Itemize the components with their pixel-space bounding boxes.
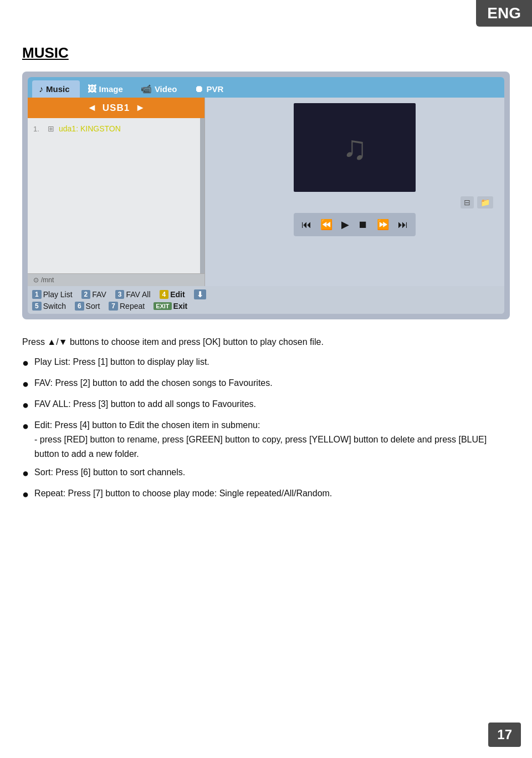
func-edit[interactable]: 4 Edit [160, 289, 185, 299]
bullet-dot: ● [22, 375, 29, 393]
file-path: ⊙ /mnt [28, 273, 204, 286]
path-icon: ⊙ [33, 276, 39, 284]
bullet-text-sort: Sort: Press [6] button to sort channels. [34, 465, 510, 480]
preview-controls-row: ⊟ 📁 [211, 196, 499, 208]
bullet-list: ● Play List: Press [1] button to display… [22, 355, 510, 503]
func-switch[interactable]: 5 Switch [32, 302, 66, 311]
func-sort[interactable]: 6 Sort [75, 302, 100, 311]
func-label-fav: FAV [92, 290, 106, 299]
tab-video[interactable]: 📹 Video [134, 80, 187, 98]
function-row-2: 5 Switch 6 Sort 7 Repeat EXIT Exit [32, 302, 500, 311]
func-label-playlist: Play List [43, 290, 73, 299]
func-label-favall: FAV All [126, 290, 150, 299]
list-item: ● Play List: Press [1] button to display… [22, 355, 510, 372]
func-playlist[interactable]: 1 Play List [32, 289, 73, 299]
ctrl-icon-2[interactable]: 📁 [477, 196, 493, 208]
file-browser-wrapper: 1. ⊞ uda1: KINGSTON [28, 118, 204, 273]
description-section: Press ▲/▼ buttons to choose item and pre… [22, 335, 510, 503]
func-label-sort: Sort [86, 302, 100, 311]
bullet-text-playlist: Play List: Press [1] button to display p… [34, 355, 510, 369]
pvr-tab-icon: ⏺ [195, 84, 203, 94]
intro-paragraph: Press ▲/▼ buttons to choose item and pre… [22, 335, 510, 349]
func-num-6: 6 [75, 302, 84, 311]
rewind-button[interactable]: ⏪ [317, 216, 336, 233]
scrollbar[interactable] [200, 118, 204, 273]
page-number: 17 [488, 723, 521, 747]
usb-selector: ◄ USB1 ► [28, 98, 204, 118]
file-item-name: uda1: KINGSTON [59, 124, 121, 133]
preview-panel: ♫ ⊟ 📁 ⏮ ⏪ ▶ ⏹ ⏩ ⏭ [205, 98, 504, 286]
func-num-exit: EXIT [154, 302, 171, 310]
function-bar: 1 Play List 2 FAV 3 FAV All 4 Edit ⬇ [28, 286, 504, 314]
video-tab-icon: 📹 [141, 84, 152, 94]
func-label-switch: Switch [43, 302, 66, 311]
usb-right-arrow[interactable]: ► [135, 102, 145, 114]
usb-label: USB1 [103, 103, 130, 114]
file-item-number: 1. [33, 125, 43, 133]
intro-text: Press ▲/▼ buttons to choose item and pre… [22, 337, 324, 347]
func-fav[interactable]: 2 FAV [81, 289, 106, 299]
tab-pvr-label: PVR [206, 84, 223, 94]
func-label-edit: Edit [170, 290, 185, 299]
bullet-dot: ● [22, 417, 29, 435]
page-title: MUSIC [22, 44, 510, 62]
tab-image-label: Image [99, 84, 123, 94]
list-item: ● FAV: Press [2] button to add the chose… [22, 376, 510, 393]
func-label-exit: Exit [173, 302, 188, 311]
func-label-repeat: Repeat [120, 302, 145, 311]
tab-pvr[interactable]: ⏺ PVR [188, 80, 233, 98]
func-exit[interactable]: EXIT Exit [154, 302, 187, 311]
media-player: ♪ Music 🖼 Image 📹 Video ⏺ PVR ◄ [28, 77, 504, 314]
tab-music-label: Music [46, 84, 70, 94]
fast-forward-button[interactable]: ⏩ [374, 216, 392, 233]
nav-tabs: ♪ Music 🖼 Image 📹 Video ⏺ PVR [28, 77, 504, 98]
bullet-dot: ● [22, 485, 29, 503]
bullet-text-edit: Edit: Press [4] button to Edit the chose… [34, 418, 510, 461]
bullet-dot: ● [22, 354, 29, 372]
list-item: ● Repeat: Press [7] button to choose pla… [22, 486, 510, 503]
ctrl-icon-1[interactable]: ⊟ [461, 196, 474, 208]
image-tab-icon: 🖼 [88, 84, 96, 94]
bullet-text-fav: FAV: Press [2] button to add the chosen … [34, 376, 510, 390]
func-download[interactable]: ⬇ [194, 289, 206, 299]
preview-image: ♫ [294, 103, 416, 192]
func-num-download: ⬇ [194, 289, 206, 299]
func-num-5: 5 [32, 302, 42, 311]
language-badge: ENG [476, 0, 532, 27]
func-num-7: 7 [109, 302, 118, 311]
func-num-3: 3 [115, 290, 125, 299]
function-row-1: 1 Play List 2 FAV 3 FAV All 4 Edit ⬇ [32, 289, 500, 299]
bullet-text-repeat: Repeat: Press [7] button to choose play … [34, 486, 510, 501]
tab-image[interactable]: 🖼 Image [81, 80, 133, 98]
screenshot-container: ♪ Music 🖼 Image 📹 Video ⏺ PVR ◄ [22, 72, 510, 319]
usb-left-arrow[interactable]: ◄ [87, 102, 97, 114]
file-list: 1. ⊞ uda1: KINGSTON [28, 118, 204, 139]
playback-controls: ⏮ ⏪ ▶ ⏹ ⏩ ⏭ [294, 213, 416, 236]
func-num-4: 4 [160, 290, 169, 299]
file-browser: ◄ USB1 ► 1. ⊞ uda1: KINGSTON [28, 98, 205, 286]
func-favall[interactable]: 3 FAV All [115, 289, 151, 299]
file-item-icon: ⊞ [48, 124, 54, 133]
tab-music[interactable]: ♪ Music [32, 80, 80, 98]
tab-video-label: Video [155, 84, 177, 94]
func-repeat[interactable]: 7 Repeat [109, 302, 145, 311]
list-item: ● Sort: Press [6] button to sort channel… [22, 465, 510, 482]
stop-button[interactable]: ⏹ [355, 217, 371, 233]
list-item: ● FAV ALL: Press [3] button to add all s… [22, 397, 510, 414]
list-item: ● Edit: Press [4] button to Edit the cho… [22, 418, 510, 461]
skip-to-start-button[interactable]: ⏮ [298, 217, 315, 233]
bullet-dot: ● [22, 464, 29, 482]
skip-to-end-button[interactable]: ⏭ [395, 217, 411, 233]
list-item[interactable]: 1. ⊞ uda1: KINGSTON [28, 120, 204, 137]
main-content: ◄ USB1 ► 1. ⊞ uda1: KINGSTON [28, 98, 504, 286]
bullet-text-favall: FAV ALL: Press [3] button to add all son… [34, 397, 510, 411]
bullet-dot: ● [22, 396, 29, 414]
func-num-2: 2 [81, 290, 91, 299]
play-button[interactable]: ▶ [338, 216, 352, 233]
music-note-icon: ♫ [342, 129, 367, 167]
func-num-1: 1 [32, 290, 42, 299]
path-text: /mnt [41, 276, 54, 284]
music-tab-icon: ♪ [39, 84, 43, 94]
